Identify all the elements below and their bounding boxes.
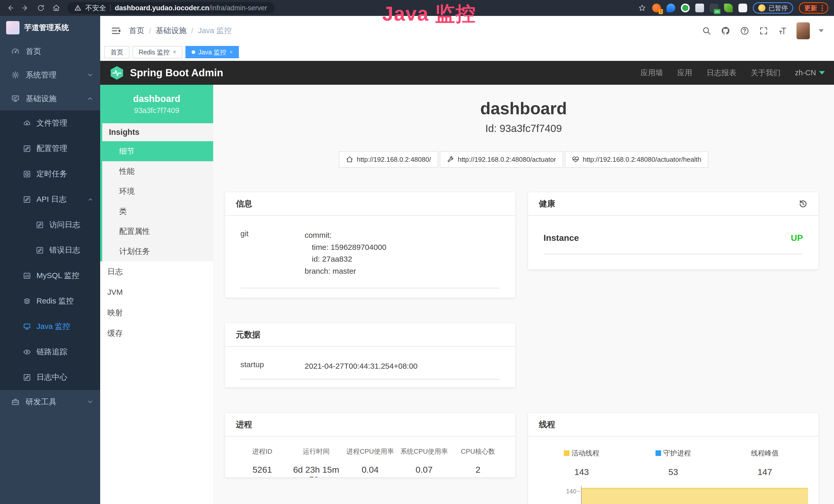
health-card-title: 健康 bbox=[539, 198, 555, 209]
close-icon[interactable]: × bbox=[173, 49, 176, 55]
sba-locale-select[interactable]: zh-CN bbox=[795, 69, 825, 77]
security-label: 不安全 bbox=[85, 3, 106, 13]
inst-item-caches[interactable]: 缓存 bbox=[100, 323, 213, 344]
bookmark-star-icon[interactable] bbox=[638, 4, 646, 12]
sba-link-applications[interactable]: 应用 bbox=[677, 68, 692, 78]
health-status-badge: UP bbox=[791, 233, 803, 243]
threads-legend: 活动线程 143 守护进程 53 线程峰值 147 bbox=[528, 437, 818, 477]
cards-grid: 信息 git commit: time: 1596289704000 id: 2… bbox=[213, 192, 834, 504]
sidebar-item-scheduled-tasks[interactable]: 定时任务 bbox=[0, 161, 100, 187]
sidebar-item-access-logs[interactable]: 访问日志 bbox=[0, 212, 100, 237]
url-text[interactable]: dashboard.yudao.iocoder.cn/infra/admin-s… bbox=[115, 4, 267, 12]
sidebar-item-infrastructure[interactable]: 基础设施 bbox=[0, 87, 100, 110]
sidebar-item-java-monitor[interactable]: Java 监控 bbox=[0, 314, 100, 339]
collapse-sidebar-icon[interactable] bbox=[110, 25, 121, 36]
inst-item-mappings[interactable]: 映射 bbox=[100, 302, 213, 323]
browser-update-button[interactable]: 更新 bbox=[799, 2, 828, 14]
search-icon[interactable] bbox=[701, 26, 712, 36]
sba-link-journal[interactable]: 日志报表 bbox=[707, 68, 737, 78]
profile-paused-chip[interactable]: 已暂停 bbox=[753, 2, 793, 14]
app-sidebar: 芋道管理系统 首页 系统管理 基础设施 文件管理 bbox=[0, 16, 100, 504]
address-bar[interactable]: 不安全 dashboard.yudao.iocoder.cn/infra/adm… bbox=[67, 2, 274, 14]
health-url-link[interactable]: http://192.168.0.2:48080/actuator/health bbox=[565, 151, 708, 168]
eye-icon bbox=[23, 348, 31, 356]
live-threads-value: 143 bbox=[574, 467, 589, 477]
daemon-threads-value: 53 bbox=[668, 467, 678, 477]
font-size-icon[interactable] bbox=[777, 26, 788, 36]
metadata-row-value: 2021-04-27T00:44:31.254+08:00 bbox=[305, 360, 418, 372]
browser-forward-icon[interactable] bbox=[21, 4, 30, 12]
sidebar-item-dev-tools[interactable]: 研发工具 bbox=[0, 390, 100, 414]
breadcrumb-home[interactable]: 首页 bbox=[129, 25, 144, 36]
sba-link-wallboard[interactable]: 应用墙 bbox=[641, 68, 663, 78]
close-icon[interactable]: × bbox=[229, 49, 233, 55]
extension-pin-icon[interactable] bbox=[666, 4, 675, 12]
sba-brand[interactable]: Spring Boot Admin bbox=[109, 66, 223, 81]
breadcrumb: 首页 / 基础设施 / Java 监控 bbox=[129, 25, 232, 36]
tab-home[interactable]: 首页 bbox=[104, 46, 129, 58]
browser-menu-icon[interactable] bbox=[822, 5, 823, 11]
extension-puzzle-icon[interactable] bbox=[739, 4, 747, 12]
user-menu-caret-icon[interactable] bbox=[818, 29, 824, 32]
extension-grid-icon[interactable] bbox=[695, 4, 704, 12]
instance-name: dashboard bbox=[133, 93, 180, 104]
inst-item-jvm[interactable]: JVM bbox=[100, 282, 213, 302]
instance-sidebar: dashboard 93a3fc7f7409 Insights 细节 性能 环境… bbox=[100, 85, 213, 504]
sidebar-item-home[interactable]: 首页 bbox=[0, 40, 100, 63]
tab-java-monitor[interactable]: Java 监控× bbox=[185, 46, 239, 58]
sidebar-item-mysql-monitor[interactable]: MySQL 监控 bbox=[0, 263, 100, 288]
daemon-threads-swatch bbox=[656, 450, 661, 456]
history-icon[interactable] bbox=[798, 199, 808, 208]
app-logo-image bbox=[6, 21, 20, 35]
inst-item-scheduled-tasks[interactable]: 计划任务 bbox=[102, 241, 213, 261]
inst-item-environment[interactable]: 环境 bbox=[102, 181, 213, 201]
divider bbox=[240, 288, 500, 288]
sidebar-item-file-management[interactable]: 文件管理 bbox=[0, 110, 100, 136]
main-content: dashboard Id: 93a3fc7f7409 http://192.16… bbox=[213, 85, 834, 504]
info-row-value: commit: time: 1596289704000 id: 27aa832 … bbox=[305, 229, 386, 277]
extension-leaf-icon[interactable] bbox=[724, 4, 733, 12]
gear-icon bbox=[11, 71, 20, 79]
sidebar-item-system-management[interactable]: 系统管理 bbox=[0, 63, 100, 87]
wrench-icon bbox=[447, 156, 454, 163]
bar-chart-icon bbox=[23, 272, 31, 280]
header-actions bbox=[701, 22, 824, 39]
actuator-url-link[interactable]: http://192.168.0.2:48080/actuator bbox=[440, 151, 563, 168]
display-icon bbox=[23, 323, 31, 330]
threads-card: 线程 活动线程 143 守护进程 53 bbox=[528, 413, 818, 504]
inst-item-classes[interactable]: 类 bbox=[102, 201, 213, 221]
service-url-link[interactable]: http://192.168.0.2:48080/ bbox=[339, 151, 438, 168]
briefcase-icon bbox=[11, 398, 20, 406]
process-col-pid: 进程ID bbox=[235, 447, 289, 456]
browser-back-icon[interactable] bbox=[6, 4, 14, 12]
github-icon[interactable] bbox=[721, 26, 731, 36]
sidebar-item-log-center[interactable]: 日志中心 bbox=[0, 365, 100, 390]
sidebar-item-config-management[interactable]: 配置管理 bbox=[0, 136, 100, 161]
sba-link-about[interactable]: 关于我们 bbox=[751, 68, 781, 78]
browser-reload-icon[interactable] bbox=[37, 4, 45, 12]
inst-item-logs[interactable]: 日志 bbox=[100, 261, 213, 282]
sidebar-item-api-logs[interactable]: API 日志 bbox=[0, 187, 100, 212]
sidebar-item-error-logs[interactable]: 错误日志 bbox=[0, 237, 100, 263]
inst-item-metrics[interactable]: 性能 bbox=[102, 161, 213, 181]
user-avatar[interactable] bbox=[796, 22, 810, 39]
help-icon[interactable] bbox=[740, 26, 750, 36]
sidebar-item-tracing[interactable]: 链路追踪 bbox=[0, 339, 100, 365]
sidebar-item-redis-monitor[interactable]: Redis 监控 bbox=[0, 288, 100, 314]
page-title: dashboard bbox=[213, 98, 834, 118]
live-threads-area bbox=[581, 488, 808, 504]
instance-header[interactable]: dashboard 93a3fc7f7409 bbox=[100, 85, 213, 123]
extension-colorzilla-icon[interactable]: 1 bbox=[652, 4, 661, 12]
extension-switchyomega-icon[interactable]: on bbox=[710, 4, 719, 12]
browser-home-icon[interactable] bbox=[52, 4, 61, 12]
breadcrumb-infrastructure[interactable]: 基础设施 bbox=[156, 25, 186, 36]
chevron-up-icon bbox=[87, 95, 93, 102]
extension-y-icon[interactable] bbox=[681, 4, 690, 12]
fullscreen-icon[interactable] bbox=[759, 26, 769, 36]
tab-redis-monitor[interactable]: Redis 监控× bbox=[133, 46, 182, 58]
info-row-label: git bbox=[240, 229, 305, 277]
inst-item-config-props[interactable]: 配置属性 bbox=[102, 221, 213, 241]
inst-item-details[interactable]: 细节 bbox=[102, 141, 213, 161]
app-logo-row[interactable]: 芋道管理系统 bbox=[0, 16, 100, 40]
browser-actions: 1 on 已暂停 更新 bbox=[638, 2, 828, 14]
